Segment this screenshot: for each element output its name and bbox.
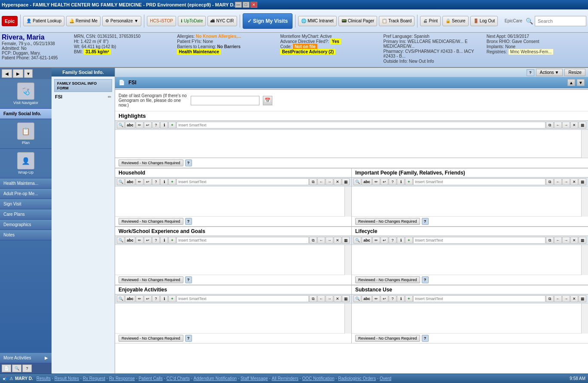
ea-left-btn[interactable]: ← (317, 295, 325, 302)
lc-right-btn[interactable]: → (562, 237, 570, 244)
sidebar2-fsi-item[interactable]: FSI ✏ (53, 93, 113, 101)
dropdown-nav-button[interactable]: ▼ (24, 69, 33, 78)
ea-add-btn[interactable]: + (168, 295, 176, 302)
su-left-btn[interactable]: ← (554, 295, 562, 302)
ws-del-btn[interactable]: ✕ (334, 237, 341, 244)
clinical-pager-button[interactable]: 📟 Clinical Pager (338, 16, 378, 26)
ip-scrollbar[interactable] (581, 187, 588, 217)
su-info-btn[interactable]: ℹ (397, 295, 405, 302)
status-patient-calls[interactable]: Patient Calls (139, 376, 163, 381)
highlights-textarea[interactable] (115, 130, 581, 158)
ip-add-btn[interactable]: + (405, 178, 413, 185)
status-staff-message[interactable]: Staff Message (241, 376, 268, 381)
su-copy-btn[interactable]: ⧉ (546, 295, 554, 302)
su-grid-btn[interactable]: ▦ (579, 295, 586, 302)
ea-info-btn[interactable]: ℹ (160, 295, 168, 302)
household-grid-btn[interactable]: ▦ (342, 178, 350, 185)
status-addendum[interactable]: Addendum Notification (194, 376, 237, 381)
ws-help-btn[interactable]: ? (152, 237, 160, 244)
household-abc-btn[interactable]: abc (125, 178, 135, 185)
ea-abc-btn[interactable]: abc (125, 295, 135, 302)
ws-add-btn[interactable]: + (168, 237, 176, 244)
sidebar-item-plan[interactable]: 📋 Plan (0, 119, 52, 149)
hcs-istop-button[interactable]: HCS-iSTOP (147, 16, 176, 26)
household-reviewed-btn[interactable]: Reviewed - No Changes Required (119, 218, 183, 225)
highlights-zoom-btn[interactable]: 🔍 (117, 122, 125, 129)
fsi-down-button[interactable]: ▼ (577, 79, 585, 86)
highlights-left-btn[interactable]: ← (554, 122, 562, 129)
household-copy-btn[interactable]: ⧉ (309, 178, 317, 185)
household-help-q-btn[interactable]: ? (185, 218, 192, 225)
ip-help-q-btn[interactable]: ? (422, 218, 429, 225)
household-scrollbar[interactable] (344, 187, 351, 217)
ip-reviewed-btn[interactable]: Reviewed - No Changes Required (355, 218, 420, 225)
status-ccd-charts[interactable]: CC'd Charts (167, 376, 190, 381)
forward-button[interactable]: ▶ (13, 69, 23, 78)
household-smarttext-input[interactable] (177, 178, 309, 185)
up-to-date-button[interactable]: ℹ UpToDate (178, 16, 206, 26)
ea-help-btn[interactable]: ? (152, 295, 160, 302)
su-right-btn[interactable]: → (562, 295, 570, 302)
ea-copy-btn[interactable]: ⧉ (309, 295, 317, 302)
status-radiologic-orders[interactable]: Radiologinic Orders (338, 376, 376, 381)
ip-textarea[interactable] (352, 187, 581, 217)
ip-edit-btn[interactable]: ✏ (372, 178, 380, 185)
sidebar-action-btn-3[interactable]: ? (22, 365, 32, 372)
highlights-help-q-btn[interactable]: ? (185, 159, 192, 166)
secure-button[interactable]: 🔒 Secure (442, 16, 469, 26)
lc-help-q-btn[interactable]: ? (422, 276, 429, 283)
personalize-button[interactable]: ⚙ Personalize ▼ (102, 16, 141, 26)
ea-edit-btn[interactable]: ✏ (136, 295, 143, 302)
su-textarea[interactable] (352, 303, 581, 334)
remind-me-button[interactable]: 🔔 Remind Me (66, 16, 101, 26)
status-results[interactable]: Results (37, 376, 51, 381)
household-add-btn[interactable]: + (168, 178, 176, 185)
lc-info-btn[interactable]: ℹ (397, 237, 405, 244)
highlights-info-btn[interactable]: ℹ (160, 122, 168, 129)
sign-visits-button[interactable]: ✓ Sign My Visits (243, 13, 292, 29)
ws-abc-btn[interactable]: abc (125, 237, 135, 244)
ip-undo-btn[interactable]: ↩ (381, 178, 388, 185)
sidebar-item-more-activities[interactable]: More Activities ▶ (0, 353, 52, 363)
ip-zoom-btn[interactable]: 🔍 (353, 178, 361, 185)
mmc-intranet-button[interactable]: 🌐 MMC Intranet (298, 16, 337, 26)
lc-scrollbar[interactable] (581, 245, 588, 275)
ea-smarttext-input[interactable] (177, 295, 309, 302)
lc-grid-btn[interactable]: ▦ (579, 237, 586, 244)
ip-copy-btn[interactable]: ⧉ (546, 178, 554, 185)
ws-left-btn[interactable]: ← (317, 237, 325, 244)
ea-undo-btn[interactable]: ↩ (144, 295, 152, 302)
status-rx-response[interactable]: Rx Response (109, 376, 135, 381)
ip-help-btn[interactable]: ? (389, 178, 396, 185)
lc-undo-btn[interactable]: ↩ (381, 237, 388, 244)
search-input[interactable] (535, 16, 586, 26)
household-help-btn[interactable]: ? (152, 178, 160, 185)
print-button[interactable]: 🖨 Print (420, 16, 441, 26)
lc-copy-btn[interactable]: ⧉ (546, 237, 554, 244)
status-all-reminders[interactable]: All Reminders (271, 376, 298, 381)
status-rx-request[interactable]: Rx Request (83, 376, 105, 381)
sidebar2-section-form[interactable]: FAMILY SOCIAL INFO FORM (54, 79, 112, 92)
ws-undo-btn[interactable]: ↩ (144, 237, 152, 244)
highlights-del-btn[interactable]: ✕ (570, 122, 578, 129)
ws-right-btn[interactable]: → (326, 237, 333, 244)
highlights-smarttext-input[interactable] (177, 122, 545, 129)
sidebar-item-visit-navigator[interactable]: 🩺 Visit Navigator (0, 79, 52, 109)
household-right-btn[interactable]: → (326, 178, 333, 185)
highlights-copy-btn[interactable]: ⧉ (546, 122, 554, 129)
household-left-btn[interactable]: ← (317, 178, 325, 185)
lc-zoom-btn[interactable]: 🔍 (353, 237, 361, 244)
lc-help-btn[interactable]: ? (389, 237, 396, 244)
ws-smarttext-input[interactable] (177, 237, 309, 244)
sidebar-item-adult-preop[interactable]: Adult Pre-op Me... (0, 189, 52, 199)
ws-grid-btn[interactable]: ▦ (342, 237, 350, 244)
ws-copy-btn[interactable]: ⧉ (309, 237, 317, 244)
actions-button[interactable]: Actions ▼ (536, 69, 563, 76)
ea-textarea[interactable] (115, 303, 344, 334)
ws-info-btn[interactable]: ℹ (160, 237, 168, 244)
su-edit-btn[interactable]: ✏ (372, 295, 380, 302)
su-abc-btn[interactable]: abc (362, 295, 372, 302)
su-smarttext-input[interactable] (413, 295, 545, 302)
highlights-undo-btn[interactable]: ↩ (144, 122, 152, 129)
ea-reviewed-btn[interactable]: Reviewed - No Changes Required (119, 335, 183, 342)
